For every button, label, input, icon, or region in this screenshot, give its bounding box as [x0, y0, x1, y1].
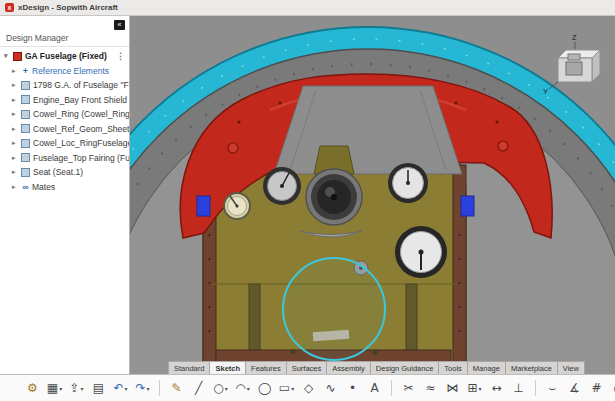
design-manager-title: Design Manager: [0, 31, 129, 47]
caret-down-icon: ▾: [125, 385, 128, 392]
expand-arrow-icon[interactable]: ▾: [4, 52, 13, 60]
component-icon: [21, 168, 30, 177]
line-icon[interactable]: ╱: [190, 378, 207, 398]
tree-item-label: Cowel_Loc_RingFuselage_Side...: [33, 138, 129, 148]
model-canvas[interactable]: Z Y: [130, 16, 615, 374]
text-icon[interactable]: A: [366, 378, 383, 398]
tree-item[interactable]: ▸ Cowel_Ring (Cowel_Ring.1): [0, 107, 129, 122]
tree-item[interactable]: ▸ Engine_Bay Front Shield Sub-A...: [0, 93, 129, 108]
polygon-icon[interactable]: ◇: [300, 378, 317, 398]
component-icon: [21, 95, 30, 104]
tab-view[interactable]: View: [557, 361, 585, 374]
arc-icon[interactable]: ◠▾: [234, 378, 251, 398]
offset-icon[interactable]: ≈: [422, 378, 439, 398]
tree-item-label: 1798 G.A. of Fuselage "Fixed E...: [33, 80, 129, 90]
tab-marketplace[interactable]: Marketplace: [505, 361, 558, 374]
app-logo-icon: x: [5, 3, 14, 12]
reference-axes-icon: +: [21, 66, 30, 76]
tab-design-guidance[interactable]: Design Guidance: [370, 361, 440, 374]
toolbar-divider: [159, 380, 160, 396]
spline-icon[interactable]: ∿: [322, 378, 339, 398]
sidebar-top-strip: «: [0, 16, 129, 31]
measure-icon[interactable]: ∡: [566, 378, 583, 398]
viewport-3d[interactable]: Z Y: [130, 16, 615, 374]
tree-item[interactable]: ▸ Fuselage_Top Fairing (Fuselage...: [0, 151, 129, 166]
component-icon: [21, 124, 30, 133]
sketch-circle[interactable]: [283, 258, 385, 360]
feature-tree: ▾ GA Fuselage (Fixed) ⋮ ▸ + Reference El…: [0, 47, 129, 194]
root-component-icon: [13, 52, 22, 61]
selection-handle-left[interactable]: [197, 196, 210, 216]
expand-arrow-icon[interactable]: ▸: [12, 96, 21, 104]
ribbon-tab-bar: Standard Sketch Features Surfaces Assemb…: [168, 361, 584, 374]
sketch-pencil-icon[interactable]: ✎: [168, 378, 185, 398]
constraint-icon[interactable]: ⊥: [510, 378, 527, 398]
tab-tools[interactable]: Tools: [438, 361, 468, 374]
tree-item-label: Cowel_Ref_Geom_Sheetmetal (...: [33, 124, 129, 134]
caret-down-icon: ▾: [59, 385, 62, 392]
tree-item-reference-elements[interactable]: ▸ + Reference Elements: [0, 64, 129, 79]
tree-item-mates[interactable]: ▸ ∞ Mates: [0, 180, 129, 195]
assembly-icon[interactable]: ⚙: [24, 378, 41, 398]
expand-arrow-icon[interactable]: ▸: [12, 81, 21, 89]
mirror-icon[interactable]: ⋈: [444, 378, 461, 398]
mates-icon: ∞: [21, 182, 30, 192]
gauge-small-left[interactable]: [224, 193, 250, 219]
caret-down-icon: ▾: [225, 385, 228, 392]
expand-arrow-icon[interactable]: ▸: [12, 67, 21, 75]
gauge-large-right[interactable]: [395, 226, 447, 278]
rectangle-icon[interactable]: ▭▾: [278, 378, 295, 398]
expand-arrow-icon[interactable]: ▸: [12, 168, 21, 176]
expand-arrow-icon[interactable]: ▸: [12, 183, 21, 191]
kebab-menu-icon[interactable]: ⋮: [116, 51, 129, 61]
gauge-center-dark[interactable]: [306, 169, 362, 225]
expand-arrow-icon[interactable]: ▸: [12, 154, 21, 162]
tree-item-root[interactable]: ▾ GA Fuselage (Fixed) ⋮: [0, 49, 129, 64]
expand-arrow-icon[interactable]: ▸: [12, 125, 21, 133]
tab-features[interactable]: Features: [245, 361, 287, 374]
collapse-panel-icon[interactable]: «: [114, 20, 125, 30]
save-icon[interactable]: ▦▾: [46, 378, 63, 398]
caret-down-icon: ▾: [81, 385, 84, 392]
grid-icon[interactable]: #: [588, 378, 605, 398]
tab-manage[interactable]: Manage: [467, 361, 506, 374]
selection-handle-right[interactable]: [461, 196, 474, 216]
expand-arrow-icon[interactable]: ▸: [12, 139, 21, 147]
tab-sketch[interactable]: Sketch: [209, 361, 246, 374]
toolbar-divider: [391, 380, 392, 396]
caret-down-icon: ▾: [247, 385, 250, 392]
tree-item[interactable]: ▸ Seat (Seat.1): [0, 165, 129, 180]
print-icon[interactable]: ▤: [90, 378, 107, 398]
bottom-toolbar: ⚙ ▦▾ ⇪▾ ▤ ↶▾ ↷▾ ✎ ╱ ○▾ ◠▾ ◯ ▭▾ ◇ ∿ • A ✂…: [0, 374, 615, 401]
tree-item[interactable]: ▸ Cowel_Ref_Geom_Sheetmetal (...: [0, 122, 129, 137]
tab-standard[interactable]: Standard: [168, 361, 210, 374]
tab-surfaces[interactable]: Surfaces: [286, 361, 328, 374]
export-icon[interactable]: ⇪▾: [68, 378, 85, 398]
expand-arrow-icon[interactable]: ▸: [12, 110, 21, 118]
tree-item-label: Engine_Bay Front Shield Sub-A...: [33, 95, 129, 105]
tree-item[interactable]: ▸ Cowel_Loc_RingFuselage_Side...: [0, 136, 129, 151]
center-fairing[interactable]: [274, 86, 462, 174]
tree-item[interactable]: ▸ 1798 G.A. of Fuselage "Fixed E...: [0, 78, 129, 93]
pattern-icon[interactable]: ⊞▾: [466, 378, 483, 398]
cowl-fastener-right: [498, 141, 508, 151]
ellipse-icon[interactable]: ◯: [256, 378, 273, 398]
circle-icon[interactable]: ○▾: [212, 378, 229, 398]
tree-item-label: GA Fuselage (Fixed): [25, 51, 107, 61]
component-icon: [21, 110, 30, 119]
redo-icon[interactable]: ↷▾: [134, 378, 151, 398]
undo-icon[interactable]: ↶▾: [112, 378, 129, 398]
convert-icon[interactable]: ⌣: [544, 378, 561, 398]
dimension-icon[interactable]: ↔: [488, 378, 505, 398]
tab-assembly[interactable]: Assembly: [326, 361, 371, 374]
gauge-upper-left[interactable]: [263, 167, 301, 205]
view-orientation-icon[interactable]: ◎: [610, 378, 615, 398]
caret-down-icon: ▾: [479, 385, 482, 392]
tree-item-label: Fuselage_Top Fairing (Fuselage...: [33, 153, 129, 163]
point-icon[interactable]: •: [344, 378, 361, 398]
toolbar-divider: [535, 380, 536, 396]
trim-icon[interactable]: ✂: [400, 378, 417, 398]
design-manager-panel: « Design Manager ▾ GA Fuselage (Fixed) ⋮…: [0, 16, 130, 374]
title-bar: x xDesign - Sopwith Aircraft: [0, 0, 615, 16]
gauge-upper-right[interactable]: [388, 163, 428, 203]
